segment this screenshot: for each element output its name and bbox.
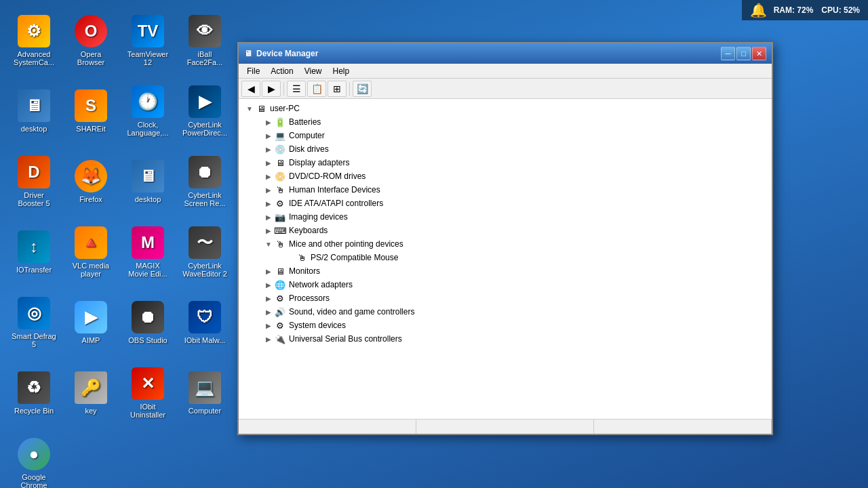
mice-toggle[interactable]: ▼ [263,239,274,249]
desktop-icon-desktop1[interactable]: 🖥desktop [7,77,61,145]
monitors-toggle[interactable]: ▶ [263,266,274,277]
back-button[interactable]: ◀ [241,81,260,97]
imaging-toggle[interactable]: ▶ [263,211,274,222]
tree-root[interactable]: ▼ 🖥 user-PC [241,102,769,115]
update-button[interactable]: ⊞ [328,81,347,97]
computer-node-icon: 💻 [274,130,286,141]
key-icon: 🔑 [75,371,107,404]
menu-item-action[interactable]: Action [265,65,298,77]
mice-children: 🖱 PS/2 Compatible Mouse [252,251,769,264]
tree-item-processors[interactable]: ▶ ⚙ Processors [252,291,769,305]
sound-toggle[interactable]: ▶ [263,306,274,317]
maximize-button[interactable]: □ [736,47,751,60]
desktop-icon-iobit[interactable]: 🛡IObit Malw... [178,289,232,357]
tree-item-batteries[interactable]: ▶ 🔋 Batteries [252,115,769,129]
ps2-icon: 🖱 [296,252,308,263]
cpu-usage: CPU: 52% [821,5,860,15]
desktop-icon-iotransfer[interactable]: ↕IOTransfer [7,218,61,286]
tree-item-network[interactable]: ▶ 🌐 Network adapters [252,278,769,291]
desktop2-label: desktop [135,195,161,203]
display-label: Display adapters [289,158,349,167]
desktop-icon-clock[interactable]: 🕐Clock, Language,... [121,77,175,145]
key-label: key [85,407,96,415]
computer-node-label: Computer [289,131,325,140]
desktop-icon-iball[interactable]: 👁iBall Face2Fa... [178,7,232,75]
tree-item-dvd[interactable]: ▶ 📀 DVD/CD-ROM drives [252,169,769,183]
tree-item-imaging[interactable]: ▶ 📷 Imaging devices [252,210,769,224]
dvd-toggle[interactable]: ▶ [263,171,274,182]
desktop-icon-teamviewer[interactable]: TVTeamViewer 12 [121,7,175,75]
ide-toggle[interactable]: ▶ [263,198,274,209]
desktop-icon-recycle[interactable]: ♻Recycle Bin [7,359,61,427]
desktop-icon-computer[interactable]: 💻Computer [178,359,232,427]
desktop-icon-opera-browser[interactable]: OOpera Browser [64,7,118,75]
processors-icon: ⚙ [274,293,286,304]
tree-item-monitors[interactable]: ▶ 🖥 Monitors [252,264,769,278]
tree-item-hid[interactable]: ▶ 🖱 Human Interface Devices [252,183,769,197]
desktop-icon-wavedit[interactable]: 〜CyberLink WaveEditor 2 [178,218,232,286]
scan-button[interactable]: 🔄 [353,81,372,97]
desktop-icon-aimp[interactable]: ▶AIMP [64,289,118,357]
desktop-icon-cyberlinksr[interactable]: ⏺CyberLink Screen Re... [178,148,232,216]
advanced-systemcare-label: Advanced SystemCa... [14,50,54,66]
computer-icon: 💻 [189,371,221,404]
tree-item-sound[interactable]: ▶ 🔊 Sound, video and game controllers [252,305,769,319]
tree-item-usb[interactable]: ▶ 🔌 Universal Serial Bus controllers [252,332,769,346]
keyboards-toggle[interactable]: ▶ [263,225,274,236]
notification-icon: 🔔 [750,2,767,18]
system-icon: ⚙ [274,320,286,331]
system-toggle[interactable]: ▶ [263,320,274,331]
window-menubar: FileActionViewHelp [239,64,772,79]
wavedit-label: CyberLink WaveEditor 2 [182,262,227,278]
desktop-icon-advanced-systemcare[interactable]: ⚙Advanced SystemCa... [7,7,61,75]
desktop-icon-driverbooster[interactable]: DDriver Booster 5 [7,148,61,216]
desktop-icon-desktop2[interactable]: 🖥desktop [121,148,175,216]
batteries-toggle[interactable]: ▶ [263,117,274,127]
desktop-icon-obs[interactable]: ⏺OBS Studio [121,289,175,357]
usb-toggle[interactable]: ▶ [263,333,274,344]
tree-item-disk[interactable]: ▶ 💿 Disk drives [252,142,769,156]
disk-toggle[interactable]: ▶ [263,144,274,155]
sound-icon: 🔊 [274,306,286,317]
close-button[interactable]: ✕ [752,47,766,60]
menu-item-help[interactable]: Help [328,65,355,77]
tree-item-display[interactable]: ▶ 🖥 Display adapters [252,156,769,169]
desktop-icon-chrome[interactable]: ●Google Chrome [7,430,61,488]
processors-toggle[interactable]: ▶ [263,293,274,304]
batteries-label: Batteries [289,117,321,127]
tree-item-mice[interactable]: ▼ 🖱 Mice and other pointing devices [252,237,769,251]
iotransfer-icon: ↕ [18,230,50,263]
tree-item-keyboards[interactable]: ▶ ⌨ Keyboards [252,224,769,237]
system-tray: 🔔 RAM: 72% CPU: 52% [742,0,868,20]
display-toggle[interactable]: ▶ [263,157,274,168]
desktop-icon-iouninstall[interactable]: ✕IObit Uninstaller [121,359,175,427]
properties-button[interactable]: 📋 [307,81,326,97]
computer-toggle[interactable]: ▶ [263,130,274,141]
desktop-icon-smartdefrag[interactable]: ◎Smart Defrag 5 [7,289,61,357]
hid-toggle[interactable]: ▶ [263,184,274,195]
desktop-icon-vlc[interactable]: 🔺VLC media player [64,218,118,286]
forward-button[interactable]: ▶ [262,81,281,97]
device-tree: ▼ 🖥 user-PC ▶ 🔋 Batteries ▶ 💻 Computer [241,102,769,346]
tree-item-computer[interactable]: ▶ 💻 Computer [252,129,769,142]
network-toggle[interactable]: ▶ [263,279,274,290]
desktop-icon-firefox[interactable]: 🦊Firefox [64,148,118,216]
tree-item-ps2[interactable]: 🖱 PS/2 Compatible Mouse [274,251,769,264]
desktop-icon-magix[interactable]: MMAGIX Movie Edi... [121,218,175,286]
computer-name: user-PC [270,104,300,113]
menu-item-view[interactable]: View [299,65,328,77]
desktop-icon-cyberlinkpd[interactable]: ▶CyberLink PowerDirec... [178,77,232,145]
desktop-icon-key[interactable]: 🔑key [64,359,118,427]
cyberlinkpd-label: CyberLink PowerDirec... [182,121,227,137]
cyberlinkpd-icon: ▶ [189,85,221,118]
menu-item-file[interactable]: File [241,65,265,77]
opera-browser-icon: O [75,15,107,47]
tree-item-ide[interactable]: ▶ ⚙ IDE ATA/ATAPI controllers [252,197,769,210]
view-button[interactable]: ☰ [287,81,306,97]
desktop-icon-shareit[interactable]: SSHAREit [64,77,118,145]
system-label: System devices [289,321,346,330]
tree-item-system[interactable]: ▶ ⚙ System devices [252,319,769,332]
aimp-label: AIMP [82,336,100,344]
minimize-button[interactable]: ─ [721,47,735,60]
root-toggle[interactable]: ▼ [244,103,255,114]
